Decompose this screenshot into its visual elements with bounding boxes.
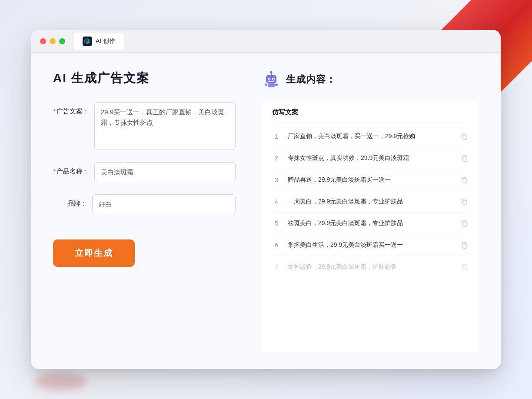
result-text: 一周美白，29.9元美白淡斑霜，专业护肤品 <box>288 197 453 206</box>
result-item: 3 赠品再送，29.9元美白淡斑霜买一送一 <box>272 169 469 191</box>
brand-group: 品牌： <box>53 194 236 214</box>
svg-rect-15 <box>463 179 467 183</box>
svg-rect-17 <box>463 222 467 226</box>
copy-icon[interactable] <box>460 176 469 184</box>
svg-point-11 <box>265 83 267 86</box>
svg-rect-13 <box>463 135 467 140</box>
results-list: 1 厂家直销，美白淡斑霜，买一送一，29.9元抢购 2 专抹女性斑点，真实功效，… <box>272 126 469 277</box>
result-number: 4 <box>272 198 281 205</box>
svg-rect-9 <box>268 81 274 82</box>
result-text: 厂家直销，美白淡斑霜，买一送一，29.9元抢购 <box>288 132 453 141</box>
ad-copy-required: * <box>53 107 56 115</box>
svg-point-7 <box>269 79 270 80</box>
right-header: 生成内容： <box>262 70 479 89</box>
left-panel: AI 生成广告文案 *广告文案： *产品名称： 品牌： 立 <box>53 70 236 352</box>
product-name-required: * <box>53 167 56 175</box>
result-text: 掌握美白生活，29.9元美白淡斑霜买一送一 <box>288 240 453 249</box>
ai-tab-icon: AI <box>83 37 92 46</box>
result-number: 6 <box>272 242 281 249</box>
generate-button[interactable]: 立即生成 <box>53 239 135 267</box>
copy-icon[interactable] <box>460 132 469 141</box>
brand-label: 品牌： <box>53 194 92 208</box>
svg-text:AI: AI <box>86 40 89 43</box>
brand-input[interactable] <box>92 194 236 214</box>
section-title: 生成内容： <box>286 73 336 86</box>
result-item: 5 祛斑美白，29.9元美白淡斑霜，专业护肤品 <box>272 213 469 234</box>
result-number: 2 <box>272 155 281 162</box>
svg-rect-18 <box>463 244 467 248</box>
result-text: 女神必备，29.9元美白淡斑霜，护肤必备 <box>288 262 453 271</box>
result-text: 专抹女性斑点，真实功效，29.9元美白淡斑霜 <box>288 153 453 163</box>
svg-point-12 <box>275 83 278 86</box>
ad-copy-label: *广告文案： <box>53 102 94 116</box>
title-bar: AI AI 创作 <box>31 30 501 53</box>
browser-window: AI AI 创作 AI 生成广告文案 *广告文案： *产品名称： <box>31 30 501 369</box>
robot-icon <box>262 70 281 89</box>
copy-icon[interactable] <box>460 241 469 249</box>
ad-copy-input[interactable] <box>94 102 236 150</box>
result-text: 祛斑美白，29.9元美白淡斑霜，专业护肤品 <box>288 219 453 228</box>
close-button[interactable] <box>40 38 46 44</box>
result-number: 1 <box>272 133 281 140</box>
svg-rect-19 <box>463 266 467 270</box>
svg-rect-14 <box>463 157 467 161</box>
copy-icon[interactable] <box>460 263 469 271</box>
maximize-button[interactable] <box>59 38 65 44</box>
product-name-group: *产品名称： <box>53 162 236 182</box>
minimize-button[interactable] <box>50 38 56 44</box>
product-name-label: *产品名称： <box>53 162 94 176</box>
results-container: 仿写文案 1 厂家直销，美白淡斑霜，买一送一，29.9元抢购 2 专抹女性斑点，… <box>262 100 479 352</box>
window-controls <box>40 38 65 44</box>
result-item: 2 专抹女性斑点，真实功效，29.9元美白淡斑霜 <box>272 147 469 169</box>
right-panel: 生成内容： 仿写文案 1 厂家直销，美白淡斑霜，买一送一，29.9元抢购 2 专… <box>262 70 479 352</box>
svg-rect-10 <box>268 83 275 87</box>
copy-icon[interactable] <box>460 219 469 228</box>
result-item: 4 一周美白，29.9元美白淡斑霜，专业护肤品 <box>272 191 469 213</box>
tab-label: AI 创作 <box>96 37 115 45</box>
result-text: 赠品再送，29.9元美白淡斑霜买一送一 <box>288 175 453 184</box>
result-number: 3 <box>272 176 281 183</box>
ad-copy-group: *广告文案： <box>53 102 236 150</box>
copy-icon[interactable] <box>460 197 469 206</box>
result-number: 7 <box>272 263 281 270</box>
result-item: 7 女神必备，29.9元美白淡斑霜，护肤必备 <box>272 256 469 277</box>
product-name-input[interactable] <box>94 162 236 182</box>
main-content: AI 生成广告文案 *广告文案： *产品名称： 品牌： 立 <box>31 53 501 369</box>
result-number: 5 <box>272 220 281 227</box>
svg-rect-16 <box>463 200 467 205</box>
result-item: 6 掌握美白生活，29.9元美白淡斑霜买一送一 <box>272 234 469 256</box>
ai-tab[interactable]: AI AI 创作 <box>74 33 124 50</box>
result-item: 1 厂家直销，美白淡斑霜，买一送一，29.9元抢购 <box>272 126 469 147</box>
svg-point-3 <box>270 71 273 73</box>
svg-point-8 <box>273 79 274 80</box>
page-title: AI 生成广告文案 <box>53 70 236 86</box>
copy-icon[interactable] <box>460 154 469 163</box>
results-header: 仿写文案 <box>272 108 469 123</box>
